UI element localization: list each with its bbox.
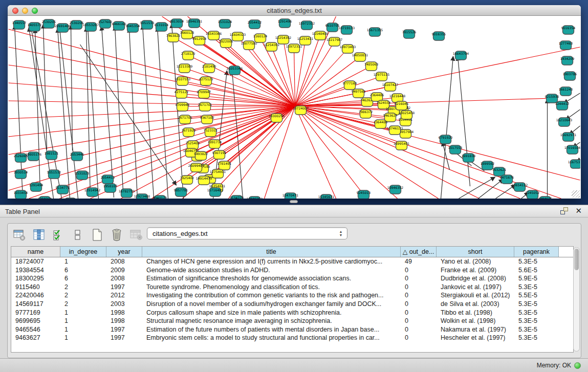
cell-short[interactable]: Tibbo et al. (1998) [437, 309, 514, 317]
cell-pagerank[interactable]: 5.5E-5 [514, 291, 559, 300]
cell-title[interactable]: Investigating the contribution of common… [142, 291, 401, 300]
cell-short[interactable]: de Silva et al. (2003) [437, 300, 514, 309]
cell-name[interactable]: 14569117 [11, 300, 60, 309]
cell-pagerank[interactable]: 5.9E-5 [514, 274, 559, 283]
cell-short[interactable]: Stergiakouli et al. (2012) [437, 291, 514, 300]
cell-out_degree[interactable]: 0 [401, 334, 437, 342]
window-titlebar[interactable]: citations_edges.txt [8, 5, 581, 16]
cell-title[interactable]: Corpus callosum shape and size in male p… [142, 309, 401, 317]
column-header-pagerank[interactable]: pagerank [514, 247, 559, 257]
cell-name[interactable]: 19384554 [11, 266, 60, 275]
cell-out_degree[interactable]: 0 [401, 283, 437, 292]
cell-in_degree[interactable]: 6 [60, 274, 106, 283]
cell-in_degree[interactable]: 2 [60, 283, 106, 292]
delete-table-icon[interactable] [129, 228, 143, 242]
cell-in_degree[interactable]: 1 [60, 257, 106, 266]
cell-out_degree[interactable]: 0 [401, 291, 437, 300]
cell-pagerank[interactable]: 5.3E-5 [514, 334, 559, 342]
cell-in_degree[interactable]: 2 [60, 300, 106, 309]
table-mode-icon[interactable] [13, 228, 26, 242]
table-row[interactable]: 911546021997Tourette syndrome. Phenomeno… [11, 283, 573, 292]
cell-pagerank[interactable]: 5.3E-5 [514, 283, 559, 292]
cell-name[interactable]: 9699695 [11, 317, 60, 325]
table-row[interactable]: 1830029562008Estimation of significance … [11, 274, 573, 283]
table-row[interactable]: 946362711997Embryonic stem cells: a mode… [11, 334, 573, 342]
cell-pagerank[interactable]: 5.3E-5 [514, 300, 559, 309]
cell-out_degree[interactable]: 0 [401, 300, 437, 309]
window-resize-grip[interactable] [572, 190, 580, 198]
cell-short[interactable]: Hescheler et al. (1997) [437, 334, 514, 342]
cell-in_degree[interactable]: 1 [60, 309, 106, 317]
cell-title[interactable]: Structural magnetic resonance image aver… [142, 317, 401, 325]
cell-pagerank[interactable]: 5.3E-5 [514, 317, 559, 325]
table-row[interactable]: 946554611997Estimation of the future num… [11, 325, 573, 334]
cell-year[interactable]: 1998 [106, 317, 142, 325]
cell-name[interactable]: 9463627 [11, 334, 60, 342]
cell-name[interactable]: 22420046 [11, 291, 60, 300]
cell-out_degree[interactable]: 0 [401, 309, 437, 317]
cell-short[interactable]: Yano et al. (2008) [437, 257, 514, 266]
cell-title[interactable]: Disruption of a novel member of a sodium… [142, 300, 401, 309]
cell-out_degree[interactable]: 0 [401, 266, 437, 275]
cell-out_degree[interactable]: 0 [401, 274, 437, 283]
cell-name[interactable]: 9115460 [11, 283, 60, 292]
cell-title[interactable]: Embryonic stem cells: a model to study s… [142, 334, 401, 342]
scrollbar-thumb[interactable] [574, 249, 579, 270]
column-header-name[interactable]: name [11, 247, 60, 257]
cell-in_degree[interactable]: 1 [60, 334, 106, 342]
cell-pagerank[interactable]: 5.3E-5 [514, 257, 559, 266]
column-header-short[interactable]: short [437, 247, 514, 257]
cell-year[interactable]: 1997 [106, 283, 142, 292]
network-view[interactable]: 1872400718300295271812012213389181075534… [8, 16, 580, 199]
cell-year[interactable]: 2009 [106, 266, 142, 275]
cell-year[interactable]: 1997 [106, 325, 142, 334]
cell-out_degree[interactable]: 0 [401, 317, 437, 325]
cell-short[interactable]: Jankovic et al. (1997) [437, 283, 514, 292]
close-icon[interactable]: ✕ [575, 207, 582, 214]
cell-title[interactable]: Estimation of the future numbers of pati… [142, 325, 401, 334]
table-scrollbar[interactable] [573, 247, 580, 352]
cell-year[interactable]: 2008 [106, 274, 142, 283]
cell-name[interactable]: 18724007 [11, 257, 60, 266]
rows-icon[interactable] [71, 228, 84, 242]
table-row[interactable]: 2242004622012Investigating the contribut… [11, 291, 573, 300]
cell-in_degree[interactable]: 2 [60, 291, 106, 300]
panel-split-grip[interactable] [290, 200, 298, 203]
cell-year[interactable]: 2012 [106, 291, 142, 300]
cell-title[interactable]: Tourette syndrome. Phenomenology and cla… [142, 283, 401, 292]
cell-name[interactable]: 9465546 [11, 325, 60, 334]
table-header-row[interactable]: namein_degreeyeartitle△ out_de...shortpa… [11, 247, 573, 257]
cell-short[interactable]: Nakamura et al. (1997) [437, 325, 514, 334]
column-header-in_degree[interactable]: in_degree [60, 247, 106, 257]
cell-in_degree[interactable]: 6 [60, 266, 106, 275]
cell-title[interactable]: Changes of HCN gene expression and I(f) … [142, 257, 401, 266]
column-header-title[interactable]: title [142, 247, 401, 257]
cell-short[interactable]: Dudbridge et al. (2008) [437, 274, 514, 283]
table-select-dropdown[interactable]: citations_edges.txt ▲▼ [147, 227, 347, 239]
cell-year[interactable]: 1998 [106, 309, 142, 317]
cell-pagerank[interactable]: 5.3E-5 [514, 309, 559, 317]
column-header-year[interactable]: year [106, 247, 142, 257]
network-canvas[interactable]: 1872400718300295271812012213389181075534… [8, 16, 580, 199]
table-row[interactable]: 1872400712008Changes of HCN gene express… [11, 257, 573, 266]
cell-short[interactable]: Franke et al. (2009) [437, 266, 514, 275]
float-window-icon[interactable] [560, 207, 568, 214]
cell-year[interactable]: 2008 [106, 257, 142, 266]
table-row[interactable]: 969969511998Structural magnetic resonanc… [11, 317, 573, 325]
table-body[interactable]: 1872400712008Changes of HCN gene express… [11, 257, 573, 352]
table-row[interactable]: 977716911998Corpus callosum shape and si… [11, 309, 573, 317]
cell-title[interactable]: Estimation of significance thresholds fo… [142, 274, 401, 283]
cell-title[interactable]: Genome-wide association studies in ADHD. [142, 266, 401, 275]
cell-in_degree[interactable]: 1 [60, 317, 106, 325]
show-columns-icon[interactable] [32, 228, 46, 242]
cell-in_degree[interactable]: 1 [60, 325, 106, 334]
cell-year[interactable]: 1997 [106, 334, 142, 342]
delete-column-icon[interactable] [110, 228, 123, 242]
column-header-out_degree[interactable]: △ out_de... [401, 247, 437, 257]
table-row[interactable]: 1938455462009Genome-wide association stu… [11, 266, 573, 275]
column-selection-icon[interactable] [52, 228, 65, 242]
cell-short[interactable]: Wolkin et al. (1998) [437, 317, 514, 325]
cell-out_degree[interactable]: 0 [401, 325, 437, 334]
cell-name[interactable]: 9777169 [11, 309, 60, 317]
cell-year[interactable]: 2003 [106, 300, 142, 309]
